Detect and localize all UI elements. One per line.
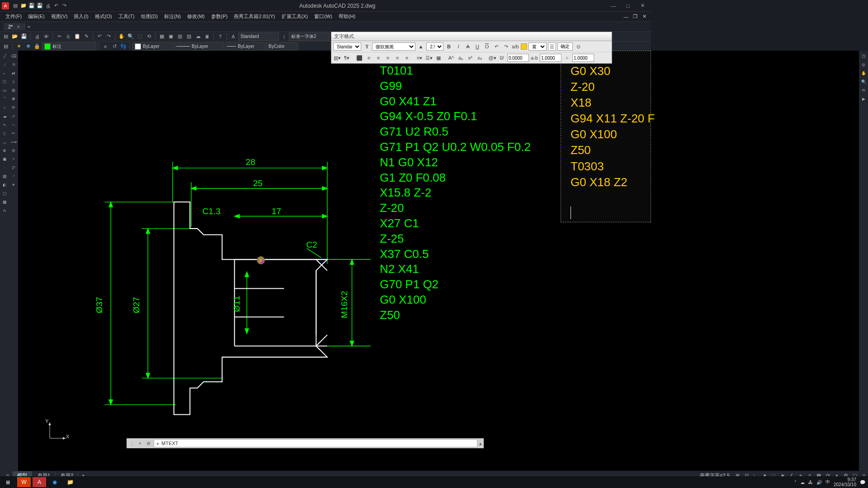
te-options-button[interactable]: ⊙ xyxy=(574,42,582,51)
menu-draw[interactable]: 绘图(D) xyxy=(138,12,160,21)
layer-lock-icon[interactable]: 🔒 xyxy=(33,42,41,51)
layer-manager-icon[interactable]: ▤ xyxy=(2,42,10,51)
circle-icon[interactable]: ○ xyxy=(1,104,8,111)
markup-icon[interactable]: ☁ xyxy=(194,33,202,41)
te-redo-button[interactable]: ↷ xyxy=(502,42,510,51)
doc-restore-icon[interactable]: ❐ xyxy=(631,13,639,21)
print-icon[interactable]: 🖨 xyxy=(33,33,41,41)
ellipsearc-icon[interactable]: ◡ xyxy=(1,138,8,145)
menu-view[interactable]: 视图(V) xyxy=(48,12,71,21)
textstyle-icon[interactable]: A xyxy=(229,33,237,41)
xline-icon[interactable]: ⟋ xyxy=(1,61,8,68)
te-bold-button[interactable]: B xyxy=(445,42,453,51)
te-width-input[interactable] xyxy=(572,54,594,62)
paste-icon[interactable]: 📋 xyxy=(73,33,81,41)
trim-icon[interactable]: ✂ xyxy=(10,130,17,137)
gradient-icon[interactable]: ◐ xyxy=(1,181,8,188)
offset-icon[interactable]: ⫴ xyxy=(10,78,17,85)
scale-icon[interactable]: ⤢ xyxy=(10,113,17,120)
qat-redo-icon[interactable]: ↷ xyxy=(61,2,68,9)
layer-on-icon[interactable]: ☀ xyxy=(15,42,23,51)
menu-help[interactable]: 帮助(H) xyxy=(336,12,358,21)
dimstyle-icon[interactable]: ⟊ xyxy=(280,33,288,41)
menu-express[interactable]: 扩展工具(X) xyxy=(279,12,311,21)
array-icon[interactable]: ⊞ xyxy=(10,87,17,94)
te-ruler-button[interactable]: ☰ xyxy=(548,42,556,51)
maximize-button[interactable]: □ xyxy=(621,1,635,10)
te-oblique-input[interactable] xyxy=(507,54,529,62)
te-color-select[interactable]: 黄 xyxy=(528,42,547,51)
layer-iso-icon[interactable]: ≡ xyxy=(101,42,109,51)
open-icon[interactable]: 📂 xyxy=(11,33,19,41)
te-italic-button[interactable]: I xyxy=(454,42,462,51)
qat-new-icon[interactable]: ▤ xyxy=(12,2,19,9)
lineweight-select[interactable]: ByLayer xyxy=(225,42,265,51)
layer-walk-icon[interactable]: 👣 xyxy=(119,42,127,51)
text-format-panel[interactable]: 文字格式 Standard 𝐓 微软雅黑 ▲ 2.5 B I A U O ↶ ↷… xyxy=(331,32,612,64)
mtext-icon[interactable]: A xyxy=(1,207,8,214)
cut-icon[interactable]: ✂ xyxy=(55,33,63,41)
line-icon[interactable]: ╱ xyxy=(1,52,8,60)
te-tracking-input[interactable] xyxy=(540,54,561,62)
drawing-canvas[interactable]: 28 25 17 C1.3 C2 Ø37 Ø27 Ø11 M16X2 T0101… xyxy=(18,51,651,366)
menu-tools[interactable]: 工具(T) xyxy=(116,12,137,21)
new-icon[interactable]: ▤ xyxy=(2,33,10,41)
layer-select[interactable]: 标注 xyxy=(42,42,96,51)
region-icon[interactable]: ▢ xyxy=(1,190,8,197)
redo-icon[interactable]: ↷ xyxy=(104,33,113,41)
table-icon[interactable]: ▦ xyxy=(1,198,8,206)
stretch-icon[interactable]: ↔ xyxy=(10,121,17,128)
qat-open-icon[interactable]: 📁 xyxy=(20,2,27,9)
join-icon[interactable]: + xyxy=(10,155,17,163)
tab-close-icon[interactable]: × xyxy=(17,24,19,29)
minimize-button[interactable]: ― xyxy=(607,1,620,10)
doc-close-icon[interactable]: ✕ xyxy=(640,13,648,21)
te-ok-button[interactable]: 确定 xyxy=(557,42,573,51)
designcenter-icon[interactable]: ▣ xyxy=(167,33,175,41)
te-stack-button[interactable]: a/b xyxy=(511,42,519,51)
menu-modify[interactable]: 修改(M) xyxy=(184,12,208,21)
layer-prev-icon[interactable]: ↺ xyxy=(110,42,118,51)
close-button[interactable]: ✕ xyxy=(636,1,649,10)
te-uppercase-button[interactable]: Aᴬ xyxy=(447,54,455,62)
te-overline-button[interactable]: O xyxy=(483,42,491,51)
menu-insert[interactable]: 插入(I) xyxy=(71,12,91,21)
move-icon[interactable]: ✥ xyxy=(10,95,17,103)
menu-edit[interactable]: 编辑(E) xyxy=(25,12,47,21)
te-align-right-button[interactable]: ≡ xyxy=(384,54,392,62)
document-tab[interactable]: 2* × xyxy=(4,23,25,30)
te-paragraph-button[interactable]: ¶▾ xyxy=(343,54,351,62)
te-align-justify-button[interactable]: ≡ xyxy=(393,54,401,62)
arc-icon[interactable]: ⌒ xyxy=(1,95,8,103)
te-size-select[interactable]: 2.5 xyxy=(426,42,443,51)
insert-icon[interactable]: ⊕ xyxy=(1,147,8,154)
explode-icon[interactable]: ✶ xyxy=(10,181,17,188)
qat-saveas-icon[interactable]: 💾 xyxy=(36,2,43,9)
spline-icon[interactable]: ∿ xyxy=(1,121,8,128)
menu-parametric[interactable]: 参数(P) xyxy=(208,12,231,21)
doc-minimize-icon[interactable]: ― xyxy=(622,13,630,21)
ellipse-icon[interactable]: ⬯ xyxy=(1,130,8,137)
dimstyle-select[interactable]: 标准一字体2 xyxy=(289,33,330,41)
qat-print-icon[interactable]: 🖨 xyxy=(44,2,52,9)
menu-dimension[interactable]: 标注(N) xyxy=(161,12,184,21)
sheetset-icon[interactable]: ▧ xyxy=(185,33,193,41)
te-columns-button[interactable]: ▥▾ xyxy=(333,54,341,62)
zoom-window-icon[interactable]: ⬚ xyxy=(136,33,144,41)
extend-icon[interactable]: ⟶ xyxy=(10,138,17,145)
qat-save-icon[interactable]: 💾 xyxy=(28,2,35,9)
erase-icon[interactable]: ⌫ xyxy=(10,52,17,60)
break-icon[interactable]: ⊘ xyxy=(10,147,17,154)
app-icon[interactable]: A xyxy=(2,2,9,9)
qat-undo-icon[interactable]: ↶ xyxy=(52,2,60,9)
te-superscript-button[interactable]: x² xyxy=(466,54,474,62)
linetype-select[interactable]: ByLayer xyxy=(174,42,224,51)
menu-window[interactable]: 窗口(W) xyxy=(311,12,335,21)
point-icon[interactable]: · xyxy=(1,164,8,171)
help-icon[interactable]: ? xyxy=(216,33,224,41)
layer-freeze-icon[interactable]: ❄ xyxy=(24,42,32,51)
polygon-icon[interactable]: ⬠ xyxy=(1,78,8,85)
match-icon[interactable]: ✎ xyxy=(82,33,90,41)
block-icon[interactable]: ▣ xyxy=(1,155,8,163)
zoom-icon[interactable]: 🔍 xyxy=(127,33,135,41)
